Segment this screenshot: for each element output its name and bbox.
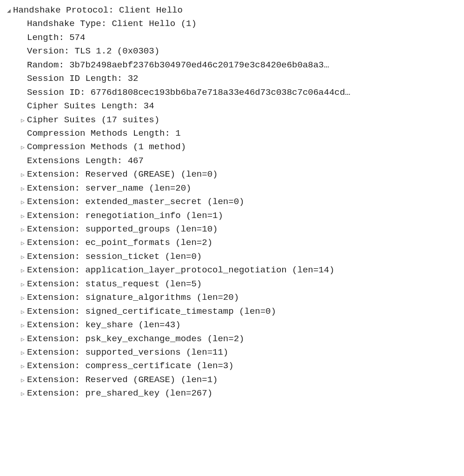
expand-toggle-icon[interactable]: ▷ [20,198,26,207]
expand-toggle-icon[interactable]: ▷ [20,116,26,126]
tree-row-label: Extension: signed_certificate_timestamp … [27,305,276,318]
expand-toggle-icon[interactable]: ▷ [20,390,26,399]
tree-row[interactable]: ▷Extension: compress_certificate (len=3) [6,359,458,373]
tree-row-label: Session ID Length: 32 [27,72,138,86]
tree-row-label: Extensions Length: 467 [27,154,144,168]
expand-toggle-icon[interactable]: ▷ [20,308,26,317]
tree-row[interactable]: ▷Extension: supported_groups (len=10) [6,223,458,236]
tree-row-label: Extension: server_name (len=20) [27,182,191,195]
tree-row: Session ID: 6776d1808cec193bb6ba7e718a33… [6,86,458,99]
tree-row-label: Extension: signature_algorithms (len=20) [27,291,239,304]
tree-row-label: Extension: renegotiation_info (len=1) [27,209,223,223]
tree-row-label: Random: 3b7b2498aebf2376b304970ed46c2017… [27,59,329,72]
tree-row[interactable]: ▷Cipher Suites (17 suites) [6,113,458,127]
expand-toggle-icon[interactable]: ▷ [20,266,26,276]
expand-toggle-icon[interactable]: ▷ [20,362,26,371]
expand-toggle-icon[interactable]: ▷ [20,225,26,235]
tree-row-label: Extension: application_layer_protocol_ne… [27,264,334,277]
tree-row-label: Extension: supported_versions (len=11) [27,346,228,359]
expand-toggle-icon[interactable]: ▷ [20,212,26,221]
tree-row[interactable]: ▷Extension: application_layer_protocol_n… [6,264,458,277]
tree-row-label: Extension: status_request (len=5) [27,278,202,291]
tree-row[interactable]: ▷Extension: status_request (len=5) [6,278,458,291]
tree-root-row[interactable]: ◢ Handshake Protocol: Client Hello [6,4,458,17]
expand-toggle-icon[interactable]: ▷ [20,376,26,385]
tree-row: Compression Methods Length: 1 [6,127,458,140]
tree-row-label: Extension: Reserved (GREASE) (len=1) [27,373,218,387]
tree-row-label: Extension: compress_certificate (len=3) [27,359,234,373]
expand-toggle-icon[interactable]: ▷ [20,335,26,344]
expand-toggle-icon[interactable]: ▷ [20,171,26,180]
tree-row-label: Handshake Type: Client Hello (1) [27,17,197,31]
tree-row[interactable]: ▷Extension: ec_point_formats (len=2) [6,236,458,250]
tree-row-label: Extension: key_share (len=43) [27,318,181,332]
tree-row-label: Extension: Reserved (GREASE) (len=0) [27,168,218,181]
tree-row-label: Session ID: 6776d1808cec193bb6ba7e718a33… [27,86,351,99]
tree-row[interactable]: ▷Extension: pre_shared_key (len=267) [6,387,458,400]
tree-row[interactable]: ▷Extension: Reserved (GREASE) (len=0) [6,168,458,181]
tree-row-label: Extension: supported_groups (len=10) [27,223,218,236]
tree-row[interactable]: ▷Extension: renegotiation_info (len=1) [6,209,458,223]
tree-row: Handshake Type: Client Hello (1) [6,17,458,31]
tree-row-label: Compression Methods (1 method) [27,140,186,154]
tree-row[interactable]: ▷Extension: signed_certificate_timestamp… [6,305,458,318]
tree-row-label: Cipher Suites Length: 34 [27,99,154,113]
expand-toggle-icon[interactable]: ▷ [20,185,26,194]
expand-toggle-icon[interactable]: ▷ [20,294,26,303]
tree-row[interactable]: ▷Extension: session_ticket (len=0) [6,250,458,264]
tree-row: Version: TLS 1.2 (0x0303) [6,45,458,58]
expand-toggle-icon[interactable]: ▷ [20,321,26,331]
tree-row[interactable]: ▷Extension: extended_master_secret (len=… [6,195,458,209]
tree-row: Length: 574 [6,31,458,45]
tree-row: Session ID Length: 32 [6,72,458,86]
expand-toggle-icon[interactable]: ◢ [6,7,12,16]
tree-root-label: Handshake Protocol: Client Hello [13,4,183,17]
tree-row[interactable]: ▷Extension: key_share (len=43) [6,318,458,332]
tree-row-label: Extension: ec_point_formats (len=2) [27,236,212,250]
expand-toggle-icon[interactable]: ▷ [20,349,26,358]
tree-row-label: Extension: extended_master_secret (len=0… [27,195,244,209]
expand-toggle-icon[interactable]: ▷ [20,143,26,152]
expand-toggle-icon[interactable]: ▷ [20,280,26,290]
expand-toggle-icon[interactable]: ▷ [20,253,26,262]
tree-row-label: Extension: psk_key_exchange_modes (len=2… [27,332,244,346]
tree-row[interactable]: ▷Extension: psk_key_exchange_modes (len=… [6,332,458,346]
tree-row-label: Version: TLS 1.2 (0x0303) [27,45,159,58]
tree-row[interactable]: ▷Extension: signature_algorithms (len=20… [6,291,458,304]
tree-row[interactable]: ▷Extension: Reserved (GREASE) (len=1) [6,373,458,387]
tree-row[interactable]: ▷Extension: server_name (len=20) [6,182,458,195]
expand-toggle-icon[interactable]: ▷ [20,239,26,248]
tree-row-label: Extension: session_ticket (len=0) [27,250,202,264]
tree-row: Random: 3b7b2498aebf2376b304970ed46c2017… [6,59,458,72]
tree-row[interactable]: ▷Compression Methods (1 method) [6,140,458,154]
tree-row: Extensions Length: 467 [6,154,458,168]
tree-row-label: Cipher Suites (17 suites) [27,113,159,127]
tree-row-label: Extension: pre_shared_key (len=267) [27,387,212,400]
tree-row-label: Compression Methods Length: 1 [27,127,181,140]
tree-children-container: Handshake Type: Client Hello (1)Length: … [6,17,458,400]
tree-row[interactable]: ▷Extension: supported_versions (len=11) [6,346,458,359]
tree-row-label: Length: 574 [27,31,85,45]
tree-row: Cipher Suites Length: 34 [6,99,458,113]
